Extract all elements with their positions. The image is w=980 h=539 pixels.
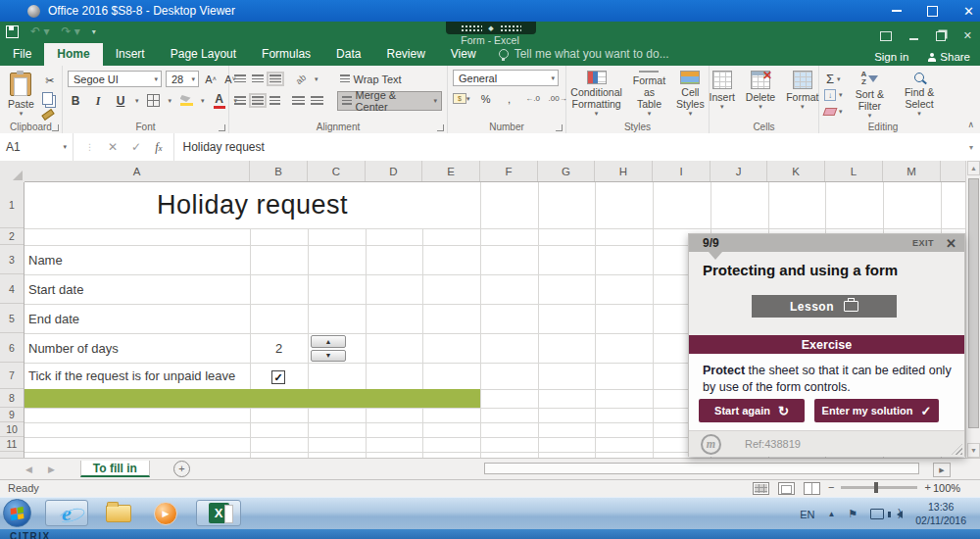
row-header-2[interactable]: 2 bbox=[0, 228, 24, 245]
scroll-down-icon[interactable]: ▼ bbox=[967, 443, 980, 458]
page-layout-view-icon[interactable] bbox=[778, 482, 795, 495]
insert-function-icon[interactable]: fx bbox=[155, 140, 162, 155]
orientation-caret-icon[interactable]: ▾ bbox=[315, 75, 318, 83]
highlighted-row-8[interactable] bbox=[24, 389, 480, 408]
clock[interactable]: 13:36 02/11/2016 bbox=[915, 501, 966, 526]
zoom-slider-thumb[interactable] bbox=[874, 482, 878, 493]
spinner-up-icon[interactable]: ▲ bbox=[311, 335, 346, 348]
column-header-H[interactable]: H bbox=[595, 161, 653, 181]
delete-cells-button[interactable]: ✕ Delete▾ bbox=[743, 70, 778, 119]
column-header-K[interactable]: K bbox=[767, 161, 825, 181]
copy-icon[interactable] bbox=[42, 92, 53, 105]
undo-icon[interactable]: ↶ ▾ bbox=[30, 24, 49, 38]
citrix-toolbar-grip[interactable]: ◆ bbox=[446, 22, 536, 34]
sign-in-link[interactable]: Sign in bbox=[874, 51, 908, 63]
cell-name-label[interactable]: Name bbox=[28, 245, 63, 274]
row-header-4[interactable]: 4 bbox=[0, 274, 24, 304]
select-all-button[interactable] bbox=[0, 161, 25, 183]
ribbon-display-options-icon[interactable] bbox=[880, 31, 892, 41]
collapse-ribbon-icon[interactable]: ∧ bbox=[967, 120, 974, 129]
tab-data[interactable]: Data bbox=[323, 43, 373, 66]
format-painter-icon[interactable] bbox=[41, 109, 54, 121]
font-name-select[interactable]: Segoe UI▾ bbox=[68, 71, 162, 87]
close-icon[interactable]: ✕ bbox=[963, 5, 974, 18]
column-header-F[interactable]: F bbox=[480, 161, 538, 181]
network-icon[interactable] bbox=[870, 509, 884, 519]
increase-decimal-icon[interactable]: ←.0 bbox=[525, 91, 541, 107]
zoom-slider[interactable] bbox=[841, 486, 917, 489]
sheet-nav-right-icon[interactable]: ▶ bbox=[48, 465, 55, 474]
tab-file[interactable]: File bbox=[0, 43, 44, 66]
redo-icon[interactable]: ↷ ▾ bbox=[61, 24, 79, 38]
row-header-5[interactable]: 5 bbox=[0, 304, 24, 333]
minimize-icon[interactable] bbox=[892, 10, 902, 12]
tab-view[interactable]: View bbox=[438, 43, 489, 66]
fill-button[interactable]: ↓▾ bbox=[824, 88, 843, 103]
fill-color-caret-icon[interactable]: ▾ bbox=[201, 97, 205, 105]
accounting-format-icon[interactable]: $▾ bbox=[453, 91, 470, 107]
taskbar-file-explorer[interactable] bbox=[100, 500, 137, 526]
zoom-level[interactable]: 100% bbox=[933, 482, 960, 494]
bold-button[interactable]: B bbox=[68, 93, 83, 109]
increase-indent-icon[interactable] bbox=[311, 96, 323, 105]
qat-customize-icon[interactable]: ▾ bbox=[92, 27, 96, 36]
scroll-up-icon[interactable]: ▲ bbox=[967, 161, 980, 175]
align-right-icon[interactable] bbox=[270, 96, 281, 105]
tab-insert[interactable]: Insert bbox=[103, 43, 158, 66]
align-bottom-icon[interactable] bbox=[270, 74, 281, 83]
page-break-view-icon[interactable] bbox=[804, 482, 820, 495]
days-spinner[interactable]: ▲ ▼ bbox=[311, 335, 346, 362]
formula-input[interactable]: Holiday request bbox=[174, 133, 962, 161]
cell-start-date-label[interactable]: Start date bbox=[28, 274, 83, 304]
clipboard-dialog-launcher-icon[interactable] bbox=[52, 124, 59, 131]
merge-center-button[interactable]: Merge & Center ▾ bbox=[337, 91, 442, 111]
decrease-indent-icon[interactable] bbox=[292, 96, 305, 105]
align-middle-icon[interactable] bbox=[252, 74, 264, 83]
italic-button[interactable]: I bbox=[90, 93, 106, 109]
cell-styles-button[interactable]: Cell Styles▾ bbox=[673, 70, 708, 119]
clear-button[interactable]: ▾ bbox=[824, 105, 843, 120]
wrap-text-button[interactable]: Wrap Text bbox=[340, 72, 402, 87]
share-button[interactable]: Share bbox=[928, 51, 970, 63]
row-header-11[interactable]: 11 bbox=[0, 437, 24, 452]
hidden-icons-icon[interactable]: ▲ bbox=[827, 510, 835, 518]
grow-font-icon[interactable]: A˄ bbox=[203, 72, 219, 87]
tab-review[interactable]: Review bbox=[373, 43, 437, 66]
tab-formulas[interactable]: Formulas bbox=[249, 43, 323, 66]
align-left-icon[interactable] bbox=[234, 96, 246, 105]
autosum-button[interactable]: Σ▾ bbox=[824, 72, 843, 86]
column-header-B[interactable]: B bbox=[250, 161, 308, 181]
action-center-flag-icon[interactable]: ⚑ bbox=[848, 508, 858, 520]
resize-handle-icon[interactable] bbox=[952, 444, 962, 455]
font-dialog-launcher-icon[interactable] bbox=[219, 124, 225, 131]
save-icon[interactable] bbox=[6, 25, 19, 38]
format-cells-button[interactable]: Format▾ bbox=[783, 70, 821, 119]
font-color-icon[interactable]: A bbox=[212, 93, 227, 109]
horizontal-scrollbar[interactable]: ▶ bbox=[482, 462, 929, 475]
enter-solution-button[interactable]: Enter my solution✓ bbox=[814, 399, 939, 422]
row-header-7[interactable]: 7 bbox=[0, 363, 24, 389]
exit-button[interactable]: EXIT bbox=[912, 238, 934, 248]
name-box-caret-icon[interactable]: ▾ bbox=[63, 143, 67, 151]
orientation-icon[interactable]: ab bbox=[293, 72, 309, 87]
number-dialog-launcher-icon[interactable] bbox=[556, 124, 563, 131]
lesson-button[interactable]: Lesson bbox=[752, 295, 897, 318]
tell-me-box[interactable]: Tell me what you want to do... bbox=[489, 43, 679, 66]
row-header-9[interactable]: 9 bbox=[0, 408, 24, 422]
normal-view-icon[interactable] bbox=[753, 482, 769, 495]
font-size-select[interactable]: 28▾ bbox=[166, 71, 199, 87]
column-header-J[interactable]: J bbox=[710, 161, 767, 181]
underline-button[interactable]: U bbox=[113, 93, 128, 109]
sort-filter-button[interactable]: AZ Sort & Filter▾ bbox=[848, 70, 893, 119]
scroll-right-icon[interactable]: ▶ bbox=[933, 463, 951, 477]
column-header-A[interactable]: A bbox=[24, 161, 250, 181]
confirm-entry-icon[interactable]: ✓ bbox=[131, 140, 141, 154]
sheet-nav-left-icon[interactable]: ◀ bbox=[25, 465, 32, 474]
panel-close-icon[interactable]: ✕ bbox=[946, 237, 956, 250]
column-header-C[interactable]: C bbox=[308, 161, 366, 181]
borders-caret-icon[interactable]: ▾ bbox=[169, 97, 172, 105]
taskbar-media-player[interactable]: ▶ bbox=[147, 500, 184, 526]
percent-style-icon[interactable]: % bbox=[478, 91, 494, 107]
row-header-3[interactable]: 3 bbox=[0, 245, 24, 274]
tab-home[interactable]: Home bbox=[44, 43, 102, 66]
